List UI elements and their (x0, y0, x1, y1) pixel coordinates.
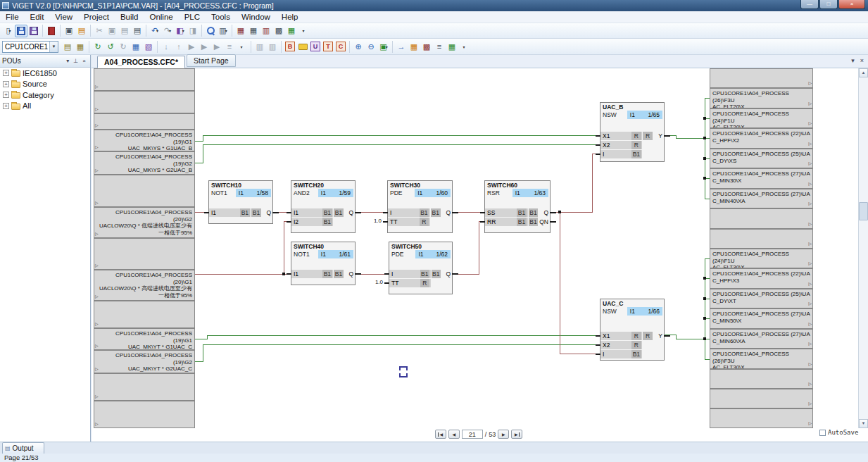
tree-item-all[interactable]: + All (0, 101, 90, 112)
download-icon[interactable]: ↓ (160, 40, 172, 53)
snapshot-icon[interactable]: ▧ (142, 40, 155, 53)
sink-cell-empty[interactable] (710, 369, 813, 389)
window-prev-icon[interactable]: ▥ (253, 40, 266, 53)
chevron-down-icon[interactable]: ▼ (49, 42, 58, 52)
redo-icon[interactable]: ↷▾ (161, 25, 174, 37)
sink-cell[interactable]: CPU1CORE1\A04_PROCESS (25)\UA C_DY\XT (710, 289, 813, 308)
view-grid-2-icon[interactable]: ▦ (247, 25, 260, 37)
panel-pin-icon[interactable]: ⊥ (71, 58, 80, 64)
cfc-canvas[interactable]: CPU1CORE1\A04_PROCESS (19)\G1 UAC_MK\YS … (92, 68, 868, 442)
source-cell[interactable]: CPU1CORE1\A04_PROCESS (19)\G2 UAC_MK\YT … (94, 350, 195, 373)
sink-cell[interactable]: CPU1CORE1\A04_PROCESS (24)\F1U AC_FLT20\… (710, 108, 813, 128)
start-icon[interactable]: ▶ (185, 40, 198, 53)
block-switch20[interactable]: SWITCH20 AND2 I11/59 I1 B1 B1 Q I2 B1 (291, 180, 356, 233)
expand-icon[interactable]: + (3, 92, 9, 98)
source-cell[interactable]: CPU1CORE1\A04_PROCESS (20)\G1 UACLOW20\Q… (94, 270, 195, 301)
toolbar-overflow-icon[interactable]: ▾ (298, 25, 310, 37)
breakpoint-icon[interactable]: B (284, 40, 296, 53)
sync-icon[interactable]: ↻ (117, 40, 130, 53)
undo-icon[interactable]: ↶▾ (149, 25, 161, 37)
menu-build[interactable]: Build (115, 12, 144, 22)
view-grid-5-icon[interactable]: ▦ (285, 25, 298, 37)
block-switch50[interactable]: SWITCH50 PDE I11/62 I B1 B1 Q TT R (389, 242, 453, 294)
expand-icon[interactable]: + (3, 81, 9, 87)
current-page-input[interactable]: 21 (462, 430, 483, 439)
navigate-back-icon[interactable]: ◧▾ (174, 25, 187, 37)
panel-dropdown-icon[interactable]: ▾ (64, 58, 71, 64)
block-switch60[interactable]: SWITCH60 RSR I11/63 SS B1 B1 Q RR B1 B1 … (484, 180, 551, 233)
run-steps-icon[interactable]: ≡ (223, 40, 236, 53)
block-switch40[interactable]: SWITCH40 NOT1 I11/61 I1 B1 B1 Q (291, 242, 356, 285)
sink-cell[interactable]: CPU1CORE1\A04_PROCESS (26)\F3U AC_FLT30\… (710, 349, 813, 369)
connect-online-icon[interactable]: ↻ (92, 40, 104, 53)
block-switch10[interactable]: SWITCH10 NOT1 I11/58 I1 B1 B1 Q (208, 180, 273, 224)
close-button[interactable]: × (838, 0, 865, 9)
vertical-scrollbar[interactable]: ▲ ▼ (858, 68, 868, 428)
watch-table-icon[interactable]: ▦ (130, 40, 142, 53)
values-icon[interactable]: U (309, 40, 322, 53)
block-uac-c[interactable]: UAC_C NSW I11/66 X1 R R Y X2 R (600, 299, 665, 361)
menu-view[interactable]: View (49, 12, 78, 22)
expand-icon[interactable]: + (3, 70, 9, 76)
find-icon[interactable] (204, 25, 217, 37)
new-document-icon[interactable]: ▯▾ (2, 25, 15, 37)
zoom-fit-icon[interactable]: ▣▾ (377, 40, 390, 53)
tile-windows-icon[interactable]: ▦ (446, 40, 458, 53)
menu-edit[interactable]: Edit (25, 12, 50, 22)
cascade-icon[interactable]: ▩ (420, 40, 433, 53)
next-page-button[interactable]: ▶ (498, 430, 509, 439)
minimize-button[interactable]: — (800, 0, 819, 9)
navigate-forward-icon[interactable]: ◨ (187, 25, 199, 37)
sink-cell[interactable]: CPU1CORE1\A04_PROCESS (25)\UA C_DY\XS (710, 149, 813, 168)
menu-project[interactable]: Project (78, 12, 115, 22)
tab-start-page[interactable]: Start Page (187, 54, 236, 67)
maximize-button[interactable]: □ (819, 0, 838, 9)
save-all-icon[interactable] (27, 25, 40, 37)
scroll-up-icon[interactable]: ▲ (859, 68, 868, 77)
tab-close-icon[interactable]: × (860, 57, 864, 64)
export-pdf-icon[interactable] (45, 25, 58, 37)
view-grid-3-icon[interactable]: ▥ (260, 25, 272, 37)
print-icon[interactable]: ▤ (131, 25, 144, 37)
window-next-icon[interactable]: ▥ (266, 40, 279, 53)
expand-icon[interactable]: + (3, 103, 9, 109)
menu-help[interactable]: Help (276, 12, 304, 22)
zoom-in-icon[interactable]: ⊕ (352, 40, 365, 53)
sink-cell[interactable]: CPU1CORE1\A04_PROCESS (22)\UA C_HPF\X2 (710, 128, 813, 149)
source-cell-empty[interactable] (94, 238, 195, 270)
item-list-icon[interactable]: ≡ (433, 40, 446, 53)
menu-plc[interactable]: PLC (179, 12, 206, 22)
source-cell[interactable]: CPU1CORE1\A04_PROCESS (19)\G2 UAC_MK\YS … (94, 151, 195, 175)
view-grid-4-icon[interactable]: ▩ (272, 25, 285, 37)
source-cell[interactable]: CPU1CORE1\A04_PROCESS (19)\G1 UAC_MK\YS … (94, 130, 195, 151)
jump-icon[interactable]: → (395, 40, 408, 53)
sink-cell-empty[interactable] (710, 68, 813, 88)
menu-online[interactable]: Online (144, 12, 178, 22)
sink-cell[interactable]: CPU1CORE1\A04_PROCESS (24)\F1U AC_FLT30\… (710, 249, 813, 268)
step-over-icon[interactable]: ▶ (210, 40, 223, 53)
source-cell[interactable]: CPU1CORE1\A04_PROCESS (20)\G2 UACLOW20\Q… (94, 207, 195, 238)
source-cell-empty[interactable] (94, 373, 195, 401)
types-icon[interactable]: T (322, 40, 334, 53)
copy-icon[interactable]: ▣ (106, 25, 118, 37)
save-icon[interactable] (15, 25, 27, 37)
cut-icon[interactable]: ✂ (93, 25, 106, 37)
sink-cell[interactable]: CPU1CORE1\A04_PROCESS (27)\UA C_MIN50\X (710, 308, 813, 329)
sink-cell[interactable]: CPU1CORE1\A04_PROCESS (27)\UA C_MIN60\XA (710, 329, 813, 349)
block-switch30[interactable]: SWITCH30 PDE I11/60 I B1 B1 Q TT R (387, 180, 453, 233)
connections-icon[interactable] (296, 40, 309, 53)
menu-tools[interactable]: Tools (206, 12, 236, 22)
tree-item-category[interactable]: + Category (0, 89, 90, 101)
block-uac-b[interactable]: UAC_B NSW I11/65 X1 R R Y X2 R (600, 102, 665, 162)
autosave-checkbox[interactable] (819, 430, 826, 436)
tree-item-source[interactable]: + Source (0, 79, 90, 90)
sink-cell[interactable]: CPU1CORE1\A04_PROCESS (22)\UA C_HPF\X3 (710, 268, 813, 289)
toolbar2-overflow-1-icon[interactable]: ▾ (236, 40, 249, 53)
view-grid-1-icon[interactable]: ▦ (234, 25, 247, 37)
source-cell-empty[interactable] (94, 175, 195, 207)
zoom-out-icon[interactable]: ⊖ (365, 40, 377, 53)
output-tab[interactable]: ▤ Output (2, 442, 44, 454)
sink-cell[interactable]: CPU1CORE1\A04_PROCESS (27)\UA C_MIN30\X (710, 168, 813, 189)
build-icon[interactable]: ▤ (61, 40, 74, 53)
sink-cell-empty[interactable] (710, 389, 813, 408)
